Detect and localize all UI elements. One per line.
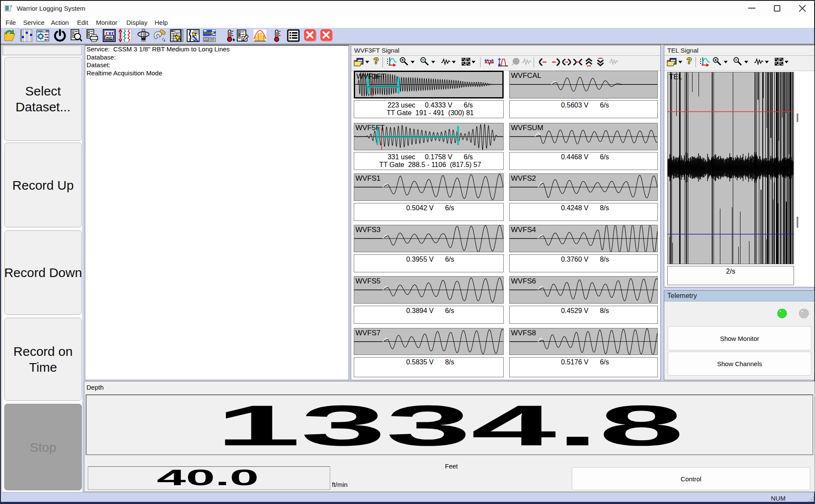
- svg-text:IND: IND: [106, 36, 113, 40]
